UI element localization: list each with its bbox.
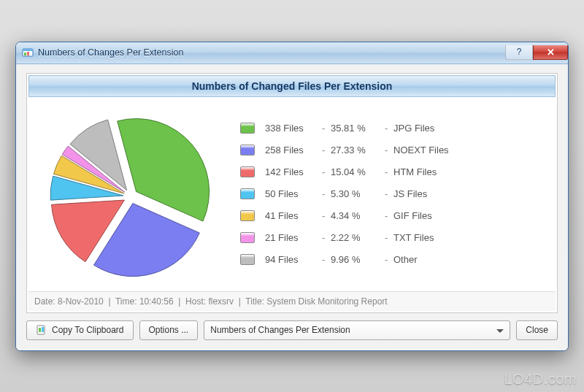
legend-count: 41 Files <box>265 210 322 221</box>
options-button[interactable]: Options ... <box>139 320 199 340</box>
legend-swatch <box>240 123 255 134</box>
legend-label: TXT Files <box>393 232 434 243</box>
legend-row: 142 Files-15.04 %-HTM Files <box>240 161 545 183</box>
legend-count: 338 Files <box>265 123 322 134</box>
chart-panel: Numbers of Changed Files Per Extension 3… <box>26 73 558 313</box>
svg-rect-3 <box>27 52 29 55</box>
legend-percent: 9.96 % <box>331 254 385 265</box>
legend-percent: 5.30 % <box>331 188 385 199</box>
legend-swatch <box>240 210 255 221</box>
help-icon: ? <box>517 47 522 57</box>
legend-swatch <box>240 254 255 265</box>
legend-count: 50 Files <box>265 188 322 199</box>
chart-type-select[interactable]: Numbers of Changes Per Extension <box>204 320 510 340</box>
legend-swatch <box>240 232 255 243</box>
legend-percent: 35.81 % <box>331 123 385 134</box>
legend-swatch <box>240 145 255 155</box>
clipboard-icon <box>36 325 47 335</box>
panel-title: Numbers of Changed Files Per Extension <box>28 75 556 97</box>
close-icon: ✕ <box>547 47 555 58</box>
legend-row: 258 Files-27.33 %-NOEXT Files <box>240 139 545 161</box>
legend-percent: 2.22 % <box>331 232 385 243</box>
legend-percent: 15.04 % <box>331 166 385 177</box>
dialog-window: Numbers of Changes Per Extension ? ✕ Num… <box>15 42 569 351</box>
svg-rect-5 <box>39 328 41 332</box>
window-title: Numbers of Changes Per Extension <box>38 47 183 58</box>
legend-count: 94 Files <box>265 254 322 265</box>
svg-rect-2 <box>24 53 26 55</box>
status-bar: Date: 8-Nov-2010 | Time: 10:40:56 | Host… <box>28 291 556 311</box>
app-icon <box>22 47 34 58</box>
legend-swatch <box>240 166 255 177</box>
pie-chart <box>43 109 218 284</box>
svg-rect-1 <box>23 49 33 51</box>
select-value: Numbers of Changes Per Extension <box>210 325 350 335</box>
legend-row: 94 Files-9.96 %-Other <box>240 249 545 271</box>
legend-label: JS Files <box>393 188 427 199</box>
legend-percent: 4.34 % <box>331 210 385 221</box>
legend-count: 258 Files <box>265 145 322 155</box>
legend-swatch <box>240 188 255 199</box>
watermark: LO4D.com <box>504 371 577 388</box>
legend-row: 21 Files-2.22 %-TXT Files <box>240 227 545 249</box>
legend-row: 41 Files-4.34 %-GIF Files <box>240 205 545 227</box>
svg-rect-6 <box>42 327 44 332</box>
legend-percent: 27.33 % <box>331 145 385 155</box>
legend-row: 338 Files-35.81 %-JPG Files <box>240 118 545 139</box>
legend-label: GIF Files <box>393 210 432 221</box>
legend: 338 Files-35.81 %-JPG Files258 Files-27.… <box>240 118 545 284</box>
legend-count: 142 Files <box>265 166 322 177</box>
legend-row: 50 Files-5.30 %-JS Files <box>240 183 545 205</box>
close-button[interactable]: Close <box>516 320 558 340</box>
titlebar[interactable]: Numbers of Changes Per Extension ? ✕ <box>16 42 568 64</box>
help-button[interactable]: ? <box>505 45 533 60</box>
legend-label: JPG Files <box>393 123 434 134</box>
legend-label: Other <box>393 254 418 265</box>
legend-label: HTM Files <box>393 166 437 177</box>
legend-count: 21 Files <box>265 232 322 243</box>
copy-to-clipboard-button[interactable]: Copy To Clipboard <box>26 320 134 340</box>
legend-label: NOEXT Files <box>393 145 449 155</box>
footer: Copy To Clipboard Options ... Numbers of… <box>26 320 558 340</box>
close-window-button[interactable]: ✕ <box>533 45 568 60</box>
